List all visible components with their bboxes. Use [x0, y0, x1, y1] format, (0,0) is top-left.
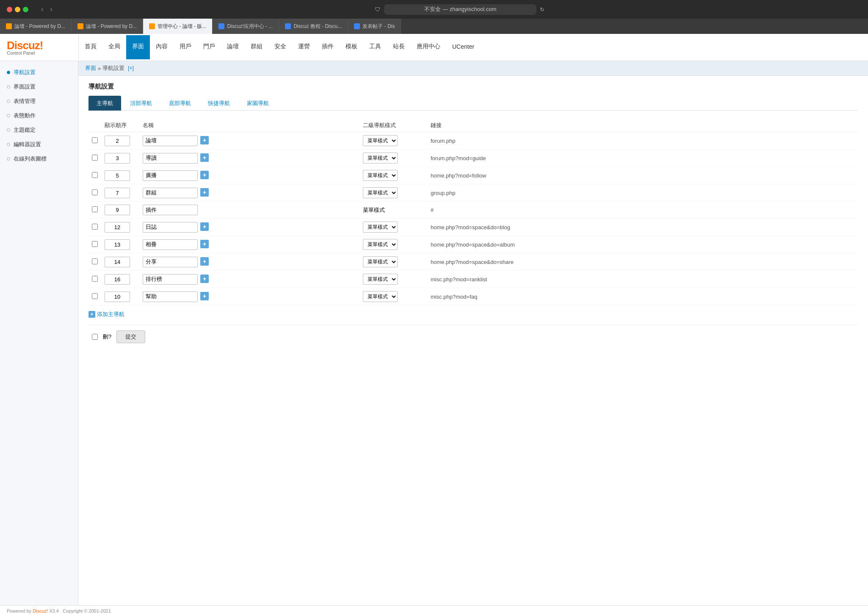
name-input-7[interactable]: [143, 257, 198, 267]
menu-item-6[interactable]: 論壇: [221, 35, 245, 59]
row-checkbox-4[interactable]: [92, 206, 98, 212]
style-select-7[interactable]: 菜單樣式: [363, 256, 398, 267]
row-checkbox-7[interactable]: [92, 258, 98, 264]
sub-tab-4[interactable]: 家園導航: [239, 96, 277, 111]
add-nav-link[interactable]: + 添加主導航: [88, 311, 124, 318]
name-input-5[interactable]: [143, 222, 198, 233]
forward-button[interactable]: ›: [47, 5, 55, 14]
order-input-3[interactable]: [105, 188, 130, 198]
row-checkbox-8[interactable]: [92, 276, 98, 282]
sidebar-item-6[interactable]: 在線列表圖標: [0, 152, 78, 166]
plus-button-6[interactable]: +: [200, 240, 209, 248]
order-input-2[interactable]: [105, 170, 130, 181]
browser-tab-2[interactable]: 管理中心 - 論壇 - 版...: [143, 19, 213, 34]
content-area: 界面 » 導航設置 [+] 導航設置 主導航頂部導航底部導航快捷導航家園導航: [78, 61, 868, 605]
sidebar-item-4[interactable]: 主題鑑定: [0, 123, 78, 137]
sidebar-item-5[interactable]: 編輯器設置: [0, 137, 78, 152]
menu-item-14[interactable]: 應用中心: [411, 35, 446, 59]
url-input[interactable]: [384, 4, 536, 15]
link-text-0: forum.php: [431, 138, 456, 144]
order-input-0[interactable]: [105, 136, 130, 146]
reload-icon[interactable]: ↻: [540, 6, 545, 13]
menu-item-2[interactable]: 界面: [126, 35, 150, 59]
tab-favicon-0: [6, 23, 12, 29]
plus-button-9[interactable]: +: [200, 292, 209, 300]
sub-tab-3[interactable]: 快捷導航: [200, 96, 238, 111]
plus-button-1[interactable]: +: [200, 153, 209, 162]
menu-item-10[interactable]: 插件: [316, 35, 340, 59]
order-input-8[interactable]: [105, 274, 130, 285]
style-select-9[interactable]: 菜單樣式: [363, 291, 398, 302]
style-select-3[interactable]: 菜單樣式: [363, 187, 398, 198]
breadcrumb-add[interactable]: [+]: [128, 65, 134, 71]
menu-item-5[interactable]: 門戶: [197, 35, 221, 59]
name-input-4[interactable]: [143, 205, 198, 215]
menu-item-8[interactable]: 安全: [268, 35, 292, 59]
menu-item-4[interactable]: 用戶: [174, 35, 197, 59]
menu-item-12[interactable]: 工具: [363, 35, 387, 59]
delete-checkbox[interactable]: [92, 334, 98, 340]
name-input-9[interactable]: [143, 291, 198, 302]
menu-item-9[interactable]: 運營: [292, 35, 316, 59]
minimize-dot[interactable]: [15, 7, 20, 12]
order-input-6[interactable]: [105, 239, 130, 250]
order-input-5[interactable]: [105, 222, 130, 233]
plus-button-7[interactable]: +: [200, 257, 209, 266]
menu-item-7[interactable]: 群組: [245, 35, 268, 59]
row-checkbox-9[interactable]: [92, 293, 98, 299]
name-input-0[interactable]: [143, 136, 198, 146]
order-input-9[interactable]: [105, 291, 130, 302]
row-checkbox-1[interactable]: [92, 155, 98, 161]
sidebar-item-1[interactable]: 界面設置: [0, 80, 78, 94]
name-input-3[interactable]: [143, 188, 198, 198]
menu-item-13[interactable]: 站長: [387, 35, 411, 59]
browser-tab-3[interactable]: Discuz!应用中心 - ...: [213, 19, 279, 34]
row-checkbox-5[interactable]: [92, 224, 98, 230]
sidebar-item-2[interactable]: 表情管理: [0, 94, 78, 108]
name-input-8[interactable]: [143, 274, 198, 285]
close-dot[interactable]: [7, 7, 12, 12]
menu-item-15[interactable]: UCenter: [446, 36, 480, 59]
del-label: 刪?: [103, 333, 111, 341]
order-input-7[interactable]: [105, 257, 130, 267]
sub-tab-1[interactable]: 頂部導航: [122, 96, 160, 111]
browser-tab-1[interactable]: 論壇 - Powered by D...: [72, 19, 143, 34]
plus-button-2[interactable]: +: [200, 171, 209, 179]
style-select-2[interactable]: 菜單樣式: [363, 170, 398, 181]
style-select-0[interactable]: 菜單樣式: [363, 135, 398, 146]
style-select-5[interactable]: 菜單樣式: [363, 222, 398, 233]
browser-tab-5[interactable]: 发表帖子 - Dis: [348, 19, 401, 34]
menu-item-3[interactable]: 內容: [150, 35, 174, 59]
table-row-6: +菜單樣式home.php?mod=space&do=album: [88, 236, 858, 253]
maximize-dot[interactable]: [23, 7, 28, 12]
row-checkbox-0[interactable]: [92, 137, 98, 143]
breadcrumb-root[interactable]: 界面: [85, 64, 96, 72]
back-button[interactable]: ‹: [39, 5, 46, 14]
sub-tab-0[interactable]: 主導航: [88, 96, 121, 111]
submit-button[interactable]: 提交: [116, 330, 145, 343]
row-checkbox-3[interactable]: [92, 189, 98, 195]
plus-button-3[interactable]: +: [200, 188, 209, 197]
style-select-6[interactable]: 菜單樣式: [363, 239, 398, 250]
menu-item-11[interactable]: 模板: [340, 35, 363, 59]
menu-item-0[interactable]: 首頁: [79, 35, 102, 59]
row-checkbox-2[interactable]: [92, 172, 98, 178]
style-select-8[interactable]: 菜單樣式: [363, 274, 398, 285]
menu-item-1[interactable]: 全局: [102, 35, 126, 59]
row-checkbox-6[interactable]: [92, 241, 98, 247]
plus-button-0[interactable]: +: [200, 136, 209, 144]
footer-brand-link[interactable]: Discuz!: [33, 608, 48, 613]
browser-tab-0[interactable]: 論壇 - Powered by D...: [0, 19, 72, 34]
style-select-1[interactable]: 菜單樣式: [363, 153, 398, 164]
sub-tab-2[interactable]: 底部導航: [161, 96, 199, 111]
sidebar-item-0[interactable]: 導航設置: [0, 65, 78, 80]
plus-button-8[interactable]: +: [200, 275, 209, 283]
plus-button-5[interactable]: +: [200, 222, 209, 231]
browser-tab-4[interactable]: Discuz 教程 - Discu...: [279, 19, 348, 34]
order-input-1[interactable]: [105, 153, 130, 164]
sidebar-item-3[interactable]: 表態動作: [0, 108, 78, 123]
name-input-6[interactable]: [143, 239, 198, 250]
name-input-1[interactable]: [143, 153, 198, 164]
name-input-2[interactable]: [143, 170, 198, 181]
order-input-4[interactable]: [105, 205, 130, 215]
